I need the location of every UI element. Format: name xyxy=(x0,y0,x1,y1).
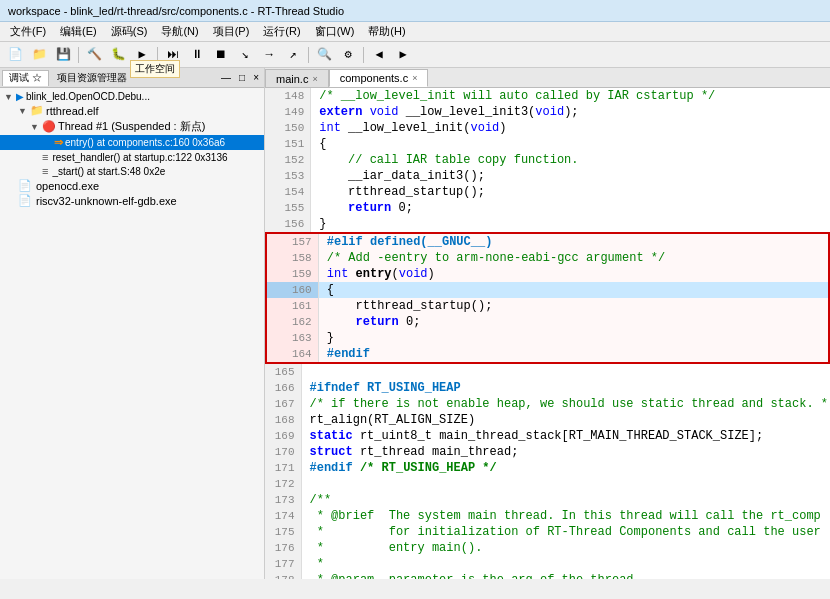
toolbar-open[interactable]: 📁 xyxy=(28,45,50,65)
toolbar-save[interactable]: 💾 xyxy=(52,45,74,65)
tree-item-gdb[interactable]: 📄 riscv32-unknown-elf-gdb.exe xyxy=(0,193,264,208)
line-content: * @param parameter is the arg of the thr… xyxy=(301,572,830,579)
tree-item-entry[interactable]: ⇒ entry() at components.c:160 0x36a6 xyxy=(0,135,264,150)
table-row: 160 { xyxy=(266,282,829,298)
table-row: 177 * xyxy=(265,556,830,572)
line-content: int entry(void) xyxy=(318,266,829,282)
line-number: 149 xyxy=(265,104,311,120)
line-content: rt_align(RT_ALIGN_SIZE) xyxy=(301,412,830,428)
start-label: _start() at start.S:48 0x2e xyxy=(52,166,165,177)
line-number: 152 xyxy=(265,152,311,168)
reset-icon: ≡ xyxy=(42,151,48,163)
line-content: #ifndef RT_USING_HEAP xyxy=(301,380,830,396)
line-number: 168 xyxy=(265,412,301,428)
menu-nav[interactable]: 导航(N) xyxy=(155,23,204,40)
main-area: 调试 ☆ 项目资源管理器 — □ × ▼ ▶ blink_led.OpenOCD… xyxy=(0,68,830,579)
line-number: 153 xyxy=(265,168,311,184)
menu-run[interactable]: 运行(R) xyxy=(257,23,306,40)
code-editor[interactable]: 148 /* __low_level_init will auto called… xyxy=(265,88,830,579)
menu-help[interactable]: 帮助(H) xyxy=(362,23,411,40)
line-number: 170 xyxy=(265,444,301,460)
toolbar-step-return[interactable]: ↗ xyxy=(282,45,304,65)
line-number: 154 xyxy=(265,184,311,200)
menu-source[interactable]: 源码(S) xyxy=(105,23,154,40)
tab-componentsc[interactable]: components.c × xyxy=(329,69,429,87)
toolbar-step-into[interactable]: ↘ xyxy=(234,45,256,65)
tooltip-workspace: 工作空间 xyxy=(130,68,180,78)
line-number: 148 xyxy=(265,88,311,104)
line-number: 167 xyxy=(265,396,301,412)
table-row: 166 #ifndef RT_USING_HEAP xyxy=(265,380,830,396)
tree-item-thread1[interactable]: ▼ 🔴 Thread #1 (Suspended : 新点) xyxy=(0,118,264,135)
tree-item-blink-debug[interactable]: ▼ ▶ blink_led.OpenOCD.Debu... xyxy=(0,90,264,103)
line-number: 151 xyxy=(265,136,311,152)
tab-componentsc-label: components.c xyxy=(340,72,408,84)
line-number: 178 xyxy=(265,572,301,579)
toolbar-forward[interactable]: ▶ xyxy=(392,45,414,65)
table-row: 172 xyxy=(265,476,830,492)
table-row: 158 /* Add -eentry to arm-none-eabi-gcc … xyxy=(266,250,829,266)
toolbar-stop[interactable]: ⏹ xyxy=(210,45,232,65)
table-row: 165 xyxy=(265,364,830,380)
line-number: 171 xyxy=(265,460,301,476)
line-content: /* __low_level_init will auto called by … xyxy=(311,88,830,104)
menu-file[interactable]: 文件(F) xyxy=(4,23,52,40)
toolbar-debug[interactable]: 🐛 xyxy=(107,45,129,65)
entry-arrow-icon: ⇒ xyxy=(54,136,63,149)
menu-edit[interactable]: 编辑(E) xyxy=(54,23,103,40)
panel-close-icon[interactable]: × xyxy=(250,71,262,84)
table-row: 159 int entry(void) xyxy=(266,266,829,282)
line-number: 166 xyxy=(265,380,301,396)
line-content: rtthread_startup(); xyxy=(311,184,830,200)
tab-mainc-close[interactable]: × xyxy=(312,74,317,84)
gdb-icon: 📄 xyxy=(18,194,32,207)
line-number: 176 xyxy=(265,540,301,556)
code-table: 148 /* __low_level_init will auto called… xyxy=(265,88,830,232)
rtthread-label: rtthread.elf xyxy=(46,105,99,117)
panel-tab-explorer[interactable]: 项目资源管理器 xyxy=(51,70,133,86)
line-number: 174 xyxy=(265,508,301,524)
tab-mainc-label: main.c xyxy=(276,73,308,85)
line-content: } xyxy=(311,216,830,232)
gdb-label: riscv32-unknown-elf-gdb.exe xyxy=(36,195,177,207)
right-panel: main.c × components.c × 148 /* __low_lev… xyxy=(265,68,830,579)
toolbar-step-over[interactable]: → xyxy=(258,45,280,65)
toolbar-back[interactable]: ◀ xyxy=(368,45,390,65)
menu-project[interactable]: 项目(P) xyxy=(207,23,256,40)
line-number: 150 xyxy=(265,120,311,136)
thread1-label: Thread #1 (Suspended : 新点) xyxy=(58,119,205,134)
line-content: static rt_uint8_t main_thread_stack[RT_M… xyxy=(301,428,830,444)
tab-mainc[interactable]: main.c × xyxy=(265,69,329,87)
table-row: 170 struct rt_thread main_thread; xyxy=(265,444,830,460)
openocd-label: openocd.exe xyxy=(36,180,99,192)
panel-tab-debug[interactable]: 调试 ☆ xyxy=(2,70,49,86)
toolbar-sep1 xyxy=(78,47,79,63)
table-row: 167 /* if there is not enable heap, we s… xyxy=(265,396,830,412)
table-row: 175 * for initialization of RT-Thread Co… xyxy=(265,524,830,540)
tree-view: ▼ ▶ blink_led.OpenOCD.Debu... ▼ 📁 rtthre… xyxy=(0,88,264,579)
table-row: 156 } xyxy=(265,216,830,232)
tab-componentsc-close[interactable]: × xyxy=(412,73,417,83)
tree-item-start[interactable]: ≡ _start() at start.S:48 0x2e xyxy=(0,164,264,178)
tree-item-rtthread[interactable]: ▼ 📁 rtthread.elf xyxy=(0,103,264,118)
tree-item-openocd[interactable]: 📄 openocd.exe xyxy=(0,178,264,193)
tree-item-reset[interactable]: ≡ reset_handler() at startup.c:122 0x313… xyxy=(0,150,264,164)
line-content: return 0; xyxy=(311,200,830,216)
panel-icons: — □ × xyxy=(218,71,262,84)
toolbar-new[interactable]: 📄 xyxy=(4,45,26,65)
expand-icon-rtthread: ▼ xyxy=(18,106,28,116)
toolbar-settings[interactable]: ⚙ xyxy=(337,45,359,65)
line-content: int __low_level_init(void) xyxy=(311,120,830,136)
table-row: 178 * @param parameter is the arg of the… xyxy=(265,572,830,579)
toolbar-suspend[interactable]: ⏸ xyxy=(186,45,208,65)
line-content: #endif /* RT_USING_HEAP */ xyxy=(301,460,830,476)
line-number: 158 xyxy=(266,250,318,266)
panel-minimize-icon[interactable]: — xyxy=(218,71,234,84)
panel-maximize-icon[interactable]: □ xyxy=(236,71,248,84)
toolbar-search[interactable]: 🔍 xyxy=(313,45,335,65)
highlighted-code-block: 157 #elif defined(__GNUC__) 158 /* Add -… xyxy=(265,232,830,364)
menu-window[interactable]: 窗口(W) xyxy=(309,23,361,40)
toolbar-build[interactable]: 🔨 xyxy=(83,45,105,65)
title-bar: workspace - blink_led/rt-thread/src/comp… xyxy=(0,0,830,22)
line-number: 156 xyxy=(265,216,311,232)
